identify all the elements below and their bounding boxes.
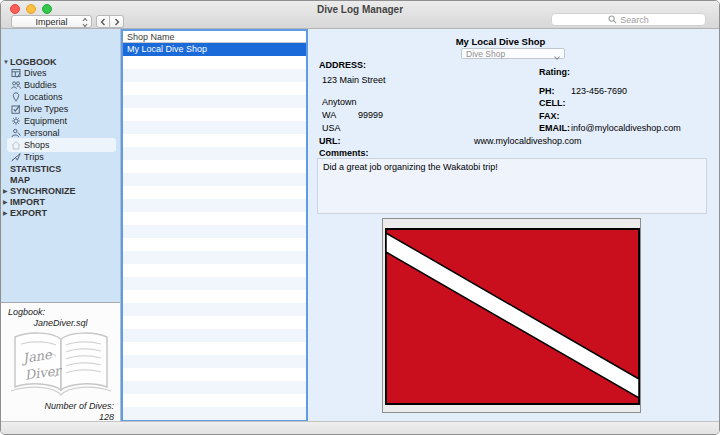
shop-row[interactable] <box>123 121 306 134</box>
shop-name-title: My Local Dive Shop <box>308 36 693 47</box>
units-popup[interactable]: Imperial <box>11 15 92 28</box>
gear-icon <box>11 116 22 126</box>
comments-text: Did a great job organizing the Wakatobi … <box>323 162 498 172</box>
shop-list-header[interactable]: Shop Name <box>123 31 306 43</box>
dives-icon <box>11 68 22 78</box>
state-value: WA <box>322 110 336 120</box>
sidebar-item-buddies[interactable]: Buddies <box>1 79 120 91</box>
sidebar-item-shops[interactable]: Shops <box>1 139 120 151</box>
shop-row[interactable] <box>123 381 306 394</box>
shop-row[interactable] <box>123 277 306 290</box>
shop-row[interactable] <box>123 368 306 381</box>
shop-row[interactable] <box>123 95 306 108</box>
sidebar: ▼LOGBOOKDivesBuddiesLocationsDive TypesE… <box>1 29 121 421</box>
shop-row[interactable] <box>123 251 306 264</box>
shop-row[interactable] <box>123 225 306 238</box>
shop-row[interactable] <box>123 199 306 212</box>
shop-row[interactable] <box>123 290 306 303</box>
search-icon <box>608 15 617 24</box>
phone-label: PH: <box>539 86 555 96</box>
airplane-icon <box>11 152 22 162</box>
comments-field[interactable]: Did a great job organizing the Wakatobi … <box>317 158 707 214</box>
sidebar-tree: ▼LOGBOOKDivesBuddiesLocationsDive TypesE… <box>1 56 120 218</box>
sidebar-item-dives[interactable]: Dives <box>1 67 120 79</box>
shop-image-well[interactable] <box>382 218 641 413</box>
checkbox-icon <box>11 104 22 114</box>
sidebar-item-dive-types[interactable]: Dive Types <box>1 103 120 115</box>
sidebar-item-label: STATISTICS <box>10 164 61 174</box>
email-value: info@mylocaldiveshop.com <box>571 123 681 133</box>
search-placeholder: Search <box>620 15 649 25</box>
sidebar-item-label: Locations <box>24 92 63 102</box>
sidebar-item-label: SYNCHRONIZE <box>10 186 76 196</box>
shop-type-select[interactable]: Dive Shop <box>461 48 565 59</box>
shop-row[interactable] <box>123 238 306 251</box>
shop-row[interactable] <box>123 394 306 407</box>
street-value: 123 Main Street <box>322 75 386 85</box>
shop-row[interactable] <box>123 342 306 355</box>
sidebar-item-label: Trips <box>24 152 44 162</box>
disclosure-triangle-icon[interactable]: ▶ <box>3 209 10 216</box>
sidebar-item-label: Dive Types <box>24 104 68 114</box>
shop-row[interactable] <box>123 56 306 69</box>
shop-list: Shop Name My Local Dive Shop <box>121 29 308 421</box>
sidebar-item-label: MAP <box>10 175 30 185</box>
comments-label: Comments: <box>319 148 369 158</box>
shop-row[interactable] <box>123 134 306 147</box>
shop-row-selected[interactable]: My Local Dive Shop <box>123 43 306 56</box>
shop-list-body: My Local Dive Shop <box>123 43 306 420</box>
sidebar-item-trips[interactable]: Trips <box>1 151 120 163</box>
disclosure-triangle-icon[interactable]: ▶ <box>3 187 10 194</box>
sidebar-item-label: Dives <box>24 68 47 78</box>
search-input[interactable]: Search <box>551 13 706 26</box>
url-value: www.mylocaldiveshop.com <box>474 136 582 146</box>
shop-row[interactable] <box>123 69 306 82</box>
sidebar-item-label: Equipment <box>24 116 67 126</box>
shop-row[interactable] <box>123 173 306 186</box>
shop-row[interactable] <box>123 264 306 277</box>
sidebar-item-export[interactable]: ▶EXPORT <box>1 207 120 218</box>
chevron-left-icon <box>100 18 106 26</box>
app-window: Dive Log Manager Imperial Search ▼LOGBOO… <box>0 0 720 435</box>
sidebar-item-label: Shops <box>24 140 50 150</box>
sidebar-item-logbook[interactable]: ▼LOGBOOK <box>1 56 120 67</box>
status-bar <box>1 421 719 434</box>
sidebar-item-map[interactable]: MAP <box>1 174 120 185</box>
logbook-panel: Logbook: JaneDiver.sql Jane Diver Number… <box>1 302 120 421</box>
dive-flag-image <box>385 228 640 405</box>
sidebar-item-synchronize[interactable]: ▶SYNCHRONIZE <box>1 185 120 196</box>
sidebar-item-label: IMPORT <box>10 197 45 207</box>
shop-row[interactable] <box>123 147 306 160</box>
sidebar-item-label: EXPORT <box>10 208 47 218</box>
sidebar-item-locations[interactable]: Locations <box>1 91 120 103</box>
sidebar-item-statistics[interactable]: STATISTICS <box>1 163 120 174</box>
units-popup-label: Imperial <box>35 17 67 27</box>
zip-value: 99999 <box>358 110 383 120</box>
shop-row[interactable] <box>123 407 306 420</box>
location-pin-icon <box>11 92 22 102</box>
rating-label: Rating: <box>539 67 570 77</box>
shop-row[interactable] <box>123 160 306 173</box>
url-label: URL: <box>319 136 341 146</box>
sidebar-item-label: Buddies <box>24 80 57 90</box>
shop-row[interactable] <box>123 186 306 199</box>
shop-row[interactable] <box>123 303 306 316</box>
forward-button[interactable] <box>110 15 124 28</box>
shop-row[interactable] <box>123 316 306 329</box>
fax-label: FAX: <box>539 111 560 121</box>
shop-row[interactable] <box>123 212 306 225</box>
sidebar-item-equipment[interactable]: Equipment <box>1 115 120 127</box>
phone-value: 123-456-7690 <box>571 86 627 96</box>
sidebar-item-import[interactable]: ▶IMPORT <box>1 196 120 207</box>
logbook-filename: JaneDiver.sql <box>1 318 120 328</box>
sidebar-item-label: LOGBOOK <box>10 57 57 67</box>
back-button[interactable] <box>96 15 110 28</box>
shop-row[interactable] <box>123 355 306 368</box>
cell-label: CELL: <box>539 98 566 108</box>
disclosure-triangle-icon[interactable]: ▼ <box>3 59 10 65</box>
disclosure-triangle-icon[interactable]: ▶ <box>3 198 10 205</box>
shop-row[interactable] <box>123 108 306 121</box>
nav-buttons <box>96 15 124 28</box>
shop-row[interactable] <box>123 329 306 342</box>
shop-row[interactable] <box>123 82 306 95</box>
